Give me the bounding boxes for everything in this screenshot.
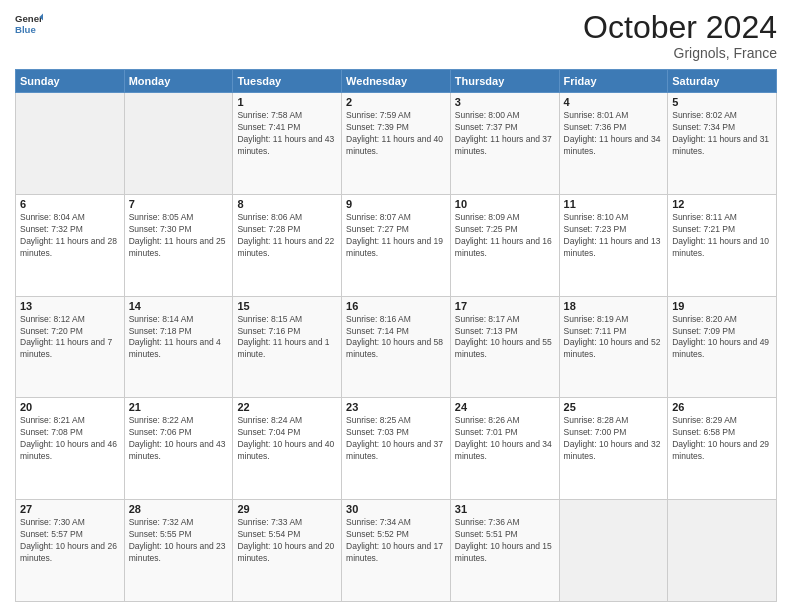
table-row: 25Sunrise: 8:28 AMSunset: 7:00 PMDayligh… <box>559 398 668 500</box>
day-info: Sunrise: 8:12 AMSunset: 7:20 PMDaylight:… <box>20 314 120 362</box>
table-row: 30Sunrise: 7:34 AMSunset: 5:52 PMDayligh… <box>342 500 451 602</box>
day-number: 18 <box>564 300 664 312</box>
day-number: 29 <box>237 503 337 515</box>
day-number: 28 <box>129 503 229 515</box>
day-info: Sunrise: 8:09 AMSunset: 7:25 PMDaylight:… <box>455 212 555 260</box>
col-wednesday: Wednesday <box>342 70 451 93</box>
day-number: 8 <box>237 198 337 210</box>
col-tuesday: Tuesday <box>233 70 342 93</box>
table-row: 7Sunrise: 8:05 AMSunset: 7:30 PMDaylight… <box>124 194 233 296</box>
day-info: Sunrise: 7:58 AMSunset: 7:41 PMDaylight:… <box>237 110 337 158</box>
day-number: 9 <box>346 198 446 210</box>
day-number: 16 <box>346 300 446 312</box>
day-number: 26 <box>672 401 772 413</box>
page: General Blue October 2024 Grignols, Fran… <box>0 0 792 612</box>
logo-icon: General Blue <box>15 10 43 38</box>
calendar-week-row: 20Sunrise: 8:21 AMSunset: 7:08 PMDayligh… <box>16 398 777 500</box>
day-number: 23 <box>346 401 446 413</box>
table-row: 24Sunrise: 8:26 AMSunset: 7:01 PMDayligh… <box>450 398 559 500</box>
table-row: 4Sunrise: 8:01 AMSunset: 7:36 PMDaylight… <box>559 93 668 195</box>
svg-text:General: General <box>15 13 43 24</box>
day-number: 11 <box>564 198 664 210</box>
table-row: 9Sunrise: 8:07 AMSunset: 7:27 PMDaylight… <box>342 194 451 296</box>
table-row: 26Sunrise: 8:29 AMSunset: 6:58 PMDayligh… <box>668 398 777 500</box>
day-info: Sunrise: 8:07 AMSunset: 7:27 PMDaylight:… <box>346 212 446 260</box>
calendar-week-row: 27Sunrise: 7:30 AMSunset: 5:57 PMDayligh… <box>16 500 777 602</box>
day-number: 22 <box>237 401 337 413</box>
title-area: October 2024 Grignols, France <box>583 10 777 61</box>
table-row: 8Sunrise: 8:06 AMSunset: 7:28 PMDaylight… <box>233 194 342 296</box>
day-number: 25 <box>564 401 664 413</box>
day-info: Sunrise: 8:02 AMSunset: 7:34 PMDaylight:… <box>672 110 772 158</box>
calendar-week-row: 6Sunrise: 8:04 AMSunset: 7:32 PMDaylight… <box>16 194 777 296</box>
day-info: Sunrise: 8:15 AMSunset: 7:16 PMDaylight:… <box>237 314 337 362</box>
table-row: 12Sunrise: 8:11 AMSunset: 7:21 PMDayligh… <box>668 194 777 296</box>
month-title: October 2024 <box>583 10 777 45</box>
header: General Blue October 2024 Grignols, Fran… <box>15 10 777 61</box>
table-row: 16Sunrise: 8:16 AMSunset: 7:14 PMDayligh… <box>342 296 451 398</box>
col-friday: Friday <box>559 70 668 93</box>
table-row: 23Sunrise: 8:25 AMSunset: 7:03 PMDayligh… <box>342 398 451 500</box>
day-info: Sunrise: 8:21 AMSunset: 7:08 PMDaylight:… <box>20 415 120 463</box>
day-info: Sunrise: 8:24 AMSunset: 7:04 PMDaylight:… <box>237 415 337 463</box>
day-number: 17 <box>455 300 555 312</box>
day-info: Sunrise: 8:10 AMSunset: 7:23 PMDaylight:… <box>564 212 664 260</box>
table-row: 20Sunrise: 8:21 AMSunset: 7:08 PMDayligh… <box>16 398 125 500</box>
day-info: Sunrise: 8:29 AMSunset: 6:58 PMDaylight:… <box>672 415 772 463</box>
day-info: Sunrise: 8:04 AMSunset: 7:32 PMDaylight:… <box>20 212 120 260</box>
day-number: 12 <box>672 198 772 210</box>
table-row: 18Sunrise: 8:19 AMSunset: 7:11 PMDayligh… <box>559 296 668 398</box>
day-info: Sunrise: 7:36 AMSunset: 5:51 PMDaylight:… <box>455 517 555 565</box>
day-number: 7 <box>129 198 229 210</box>
table-row: 17Sunrise: 8:17 AMSunset: 7:13 PMDayligh… <box>450 296 559 398</box>
col-monday: Monday <box>124 70 233 93</box>
calendar-header-row: Sunday Monday Tuesday Wednesday Thursday… <box>16 70 777 93</box>
table-row: 5Sunrise: 8:02 AMSunset: 7:34 PMDaylight… <box>668 93 777 195</box>
table-row: 10Sunrise: 8:09 AMSunset: 7:25 PMDayligh… <box>450 194 559 296</box>
day-number: 30 <box>346 503 446 515</box>
day-number: 3 <box>455 96 555 108</box>
col-thursday: Thursday <box>450 70 559 93</box>
table-row: 13Sunrise: 8:12 AMSunset: 7:20 PMDayligh… <box>16 296 125 398</box>
day-info: Sunrise: 8:05 AMSunset: 7:30 PMDaylight:… <box>129 212 229 260</box>
table-row: 19Sunrise: 8:20 AMSunset: 7:09 PMDayligh… <box>668 296 777 398</box>
day-number: 24 <box>455 401 555 413</box>
table-row <box>124 93 233 195</box>
table-row: 22Sunrise: 8:24 AMSunset: 7:04 PMDayligh… <box>233 398 342 500</box>
calendar-week-row: 1Sunrise: 7:58 AMSunset: 7:41 PMDaylight… <box>16 93 777 195</box>
day-number: 20 <box>20 401 120 413</box>
col-sunday: Sunday <box>16 70 125 93</box>
table-row <box>559 500 668 602</box>
day-info: Sunrise: 8:06 AMSunset: 7:28 PMDaylight:… <box>237 212 337 260</box>
day-info: Sunrise: 7:30 AMSunset: 5:57 PMDaylight:… <box>20 517 120 565</box>
day-number: 27 <box>20 503 120 515</box>
table-row: 29Sunrise: 7:33 AMSunset: 5:54 PMDayligh… <box>233 500 342 602</box>
table-row: 28Sunrise: 7:32 AMSunset: 5:55 PMDayligh… <box>124 500 233 602</box>
table-row: 15Sunrise: 8:15 AMSunset: 7:16 PMDayligh… <box>233 296 342 398</box>
day-info: Sunrise: 8:17 AMSunset: 7:13 PMDaylight:… <box>455 314 555 362</box>
table-row: 27Sunrise: 7:30 AMSunset: 5:57 PMDayligh… <box>16 500 125 602</box>
table-row <box>668 500 777 602</box>
location: Grignols, France <box>583 45 777 61</box>
table-row: 14Sunrise: 8:14 AMSunset: 7:18 PMDayligh… <box>124 296 233 398</box>
day-number: 2 <box>346 96 446 108</box>
day-info: Sunrise: 7:33 AMSunset: 5:54 PMDaylight:… <box>237 517 337 565</box>
day-number: 19 <box>672 300 772 312</box>
day-number: 1 <box>237 96 337 108</box>
day-info: Sunrise: 8:16 AMSunset: 7:14 PMDaylight:… <box>346 314 446 362</box>
table-row: 6Sunrise: 8:04 AMSunset: 7:32 PMDaylight… <box>16 194 125 296</box>
day-info: Sunrise: 8:19 AMSunset: 7:11 PMDaylight:… <box>564 314 664 362</box>
day-info: Sunrise: 8:26 AMSunset: 7:01 PMDaylight:… <box>455 415 555 463</box>
table-row: 1Sunrise: 7:58 AMSunset: 7:41 PMDaylight… <box>233 93 342 195</box>
day-info: Sunrise: 8:28 AMSunset: 7:00 PMDaylight:… <box>564 415 664 463</box>
day-number: 31 <box>455 503 555 515</box>
day-info: Sunrise: 7:59 AMSunset: 7:39 PMDaylight:… <box>346 110 446 158</box>
day-number: 13 <box>20 300 120 312</box>
day-info: Sunrise: 8:11 AMSunset: 7:21 PMDaylight:… <box>672 212 772 260</box>
day-info: Sunrise: 8:20 AMSunset: 7:09 PMDaylight:… <box>672 314 772 362</box>
table-row: 2Sunrise: 7:59 AMSunset: 7:39 PMDaylight… <box>342 93 451 195</box>
day-info: Sunrise: 8:14 AMSunset: 7:18 PMDaylight:… <box>129 314 229 362</box>
day-info: Sunrise: 7:34 AMSunset: 5:52 PMDaylight:… <box>346 517 446 565</box>
day-number: 14 <box>129 300 229 312</box>
table-row: 31Sunrise: 7:36 AMSunset: 5:51 PMDayligh… <box>450 500 559 602</box>
